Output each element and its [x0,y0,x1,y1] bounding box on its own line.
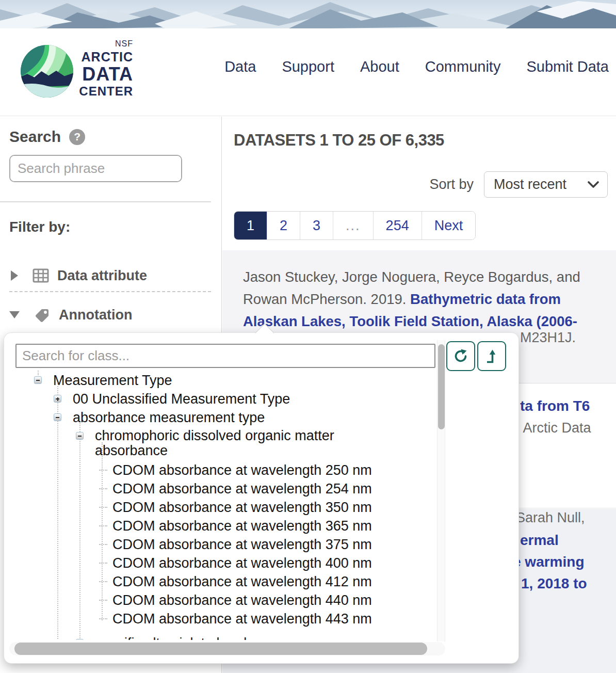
tree-connector-line [79,421,80,640]
tree-leaf-connector [99,544,107,545]
tree-leaf-connector [99,525,107,526]
tree-leaf-connector [99,563,107,564]
citation-meta-fragment: . Arctic Data [516,420,591,436]
tree-connector-line [102,442,103,620]
tree-connector-line [38,370,39,375]
scrollbar-thumb[interactable] [14,643,427,655]
tree-item[interactable]: CDOM absorbance at wavelength 400 nm [112,555,372,571]
tree-item[interactable]: 00 Unclassified Measurement Type [73,391,290,407]
tree-item[interactable]: CDOM absorbance at wavelength 254 nm [112,481,372,496]
tree-leaf-connector [99,581,107,582]
tree-item[interactable]: CDOM absorbance at wavelength 443 nm [112,611,372,627]
reset-icon [452,348,469,364]
annotation-filter-popup: Measurement Type00 Unclassified Measurem… [4,333,518,663]
dataset-title-link[interactable]: ta from T6 [520,398,590,414]
annotation-class-tree: Measurement Type00 Unclassified Measurem… [4,370,436,640]
popup-vertical-scrollbar[interactable] [437,340,445,642]
tree-collapse-icon[interactable] [76,432,84,440]
arrow-up-icon [483,348,500,364]
tree-item[interactable]: CDOM absorbance at wavelength 440 nm [112,592,372,608]
tree-item[interactable]: CDOM absorbance at wavelength 375 nm [112,537,372,552]
tree-item[interactable]: absorbance measurement type [73,410,265,425]
tree-leaf-connector [99,488,107,489]
dataset-title-link[interactable]: ermal [520,532,559,549]
tree-leaf-connector [99,618,107,619]
tree-item[interactable]: chromophoric dissolved organic matter ab… [95,428,374,458]
tree-collapse-icon[interactable] [34,376,42,384]
tree-collapse-icon[interactable] [54,413,61,421]
tree-item[interactable]: specific ultraviolet absorbance [95,635,282,640]
reset-filter-button[interactable] [446,341,475,371]
tree-item[interactable]: CDOM absorbance at wavelength 250 nm [112,462,372,478]
popup-horizontal-scrollbar[interactable] [9,642,445,655]
tree-leaf-connector [99,470,107,471]
tree-item[interactable]: CDOM absorbance at wavelength 412 nm [112,574,372,589]
tree-item[interactable]: CDOM absorbance at wavelength 350 nm [112,500,372,515]
tree-leaf-connector [99,507,107,508]
tree-leaf-connector [99,600,107,601]
doi-fragment: M23H1J. [520,330,576,346]
scrollbar-thumb[interactable] [438,344,445,429]
tree-item[interactable]: Measurement Type [53,373,172,388]
class-search-input[interactable] [15,344,435,368]
tree-item[interactable]: CDOM absorbance at wavelength 365 nm [112,518,372,534]
dataset-title-link[interactable]: e warming [513,554,584,570]
tree-expand-icon[interactable] [54,395,61,403]
dataset-title-link[interactable]: 1, 2018 to [521,575,587,592]
citation-author-fragment: Sarah Null, [516,510,585,526]
tree-connector-line [57,383,58,639]
tree-expand-icon[interactable] [76,639,84,640]
collapse-to-top-button[interactable] [477,341,506,371]
